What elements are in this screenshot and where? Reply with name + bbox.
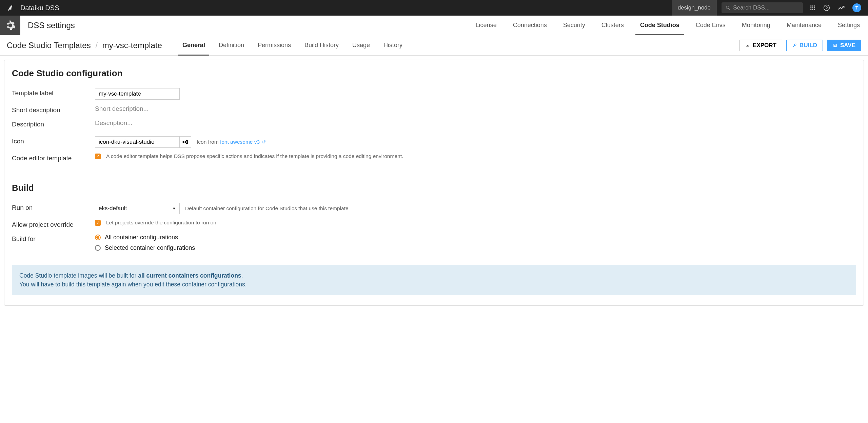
search-icon	[726, 5, 730, 11]
apps-icon[interactable]	[810, 5, 816, 11]
template-label-input[interactable]	[95, 88, 180, 100]
build-info-box: Code Studio template images will be buil…	[12, 265, 856, 295]
nav-connections[interactable]: Connections	[505, 16, 555, 35]
runon-hint: Default container configuration for Code…	[185, 205, 349, 212]
template-label-lbl: Template label	[12, 88, 95, 97]
user-avatar[interactable]: T	[852, 3, 861, 12]
breadcrumb-parent[interactable]: Code Studio Templates	[7, 41, 91, 50]
icon-lbl: Icon	[12, 136, 95, 145]
icon-preview	[180, 136, 191, 148]
section-heading-config: Code Studio configuration	[4, 68, 864, 85]
short-desc-lbl: Short description	[12, 105, 95, 114]
desc-input[interactable]: Description...	[95, 119, 133, 127]
template-bar: Code Studio Templates / my-vsc-template …	[0, 35, 868, 56]
svg-text:?: ?	[825, 5, 828, 10]
tab-usage[interactable]: Usage	[346, 35, 377, 56]
nav-code-studios[interactable]: Code Studios	[632, 16, 688, 35]
radio-all-label: All container configurations	[105, 234, 178, 241]
tab-history[interactable]: History	[377, 35, 409, 56]
radio-selected-label: Selected container configurations	[105, 244, 195, 251]
nav-clusters[interactable]: Clusters	[593, 16, 632, 35]
activity-icon[interactable]	[837, 4, 845, 12]
tab-build-history[interactable]: Build History	[298, 35, 346, 56]
help-icon[interactable]: ?	[823, 4, 830, 11]
wrench-icon	[792, 43, 797, 48]
global-search[interactable]	[722, 2, 803, 13]
settings-nav: License Connections Security Clusters Co…	[468, 16, 868, 35]
topbar-icons: ? T	[808, 3, 868, 12]
settings-bar: DSS settings License Connections Securit…	[0, 16, 868, 35]
app-title: Dataiku DSS	[20, 4, 672, 12]
config-panel: Code Studio configuration Template label…	[4, 60, 864, 306]
nav-security[interactable]: Security	[555, 16, 593, 35]
desc-lbl: Description	[12, 119, 95, 128]
nav-monitoring[interactable]: Monitoring	[734, 16, 778, 35]
page-title: DSS settings	[20, 16, 82, 35]
code-editor-checkbox[interactable]: ✓	[95, 154, 101, 159]
settings-icon-box[interactable]	[0, 16, 20, 35]
breadcrumb-current: my-vsc-template	[102, 41, 162, 50]
node-badge[interactable]: design_node	[672, 0, 717, 16]
icon-input[interactable]	[95, 136, 180, 148]
section-heading-build: Build	[4, 177, 864, 200]
tab-permissions[interactable]: Permissions	[251, 35, 298, 56]
override-checkbox[interactable]: ✓	[95, 220, 101, 226]
template-tabs: General Definition Permissions Build His…	[176, 35, 409, 56]
build-button[interactable]: BUILD	[786, 40, 823, 51]
dataiku-logo[interactable]	[0, 0, 20, 16]
save-button[interactable]: SAVE	[827, 40, 861, 51]
vscode-icon	[182, 139, 189, 145]
nav-settings[interactable]: Settings	[830, 16, 868, 35]
nav-maintenance[interactable]: Maintenance	[778, 16, 830, 35]
export-button[interactable]: EXPORT	[739, 40, 782, 51]
short-desc-input[interactable]: Short description...	[95, 105, 149, 113]
code-editor-lbl: Code editor template	[12, 153, 95, 162]
runon-select[interactable]: eks-default ▼	[95, 203, 180, 214]
code-editor-hint: A code editor template helps DSS propose…	[106, 153, 403, 159]
tab-general[interactable]: General	[176, 35, 212, 56]
save-icon	[833, 43, 837, 48]
radio-all-configs[interactable]	[95, 235, 101, 240]
template-actions: EXPORT BUILD SAVE	[739, 40, 861, 51]
font-awesome-link[interactable]: font awesome v3	[220, 139, 260, 145]
icon-hint: Icon from font awesome v3	[197, 139, 266, 145]
tab-definition[interactable]: Definition	[212, 35, 251, 56]
section-divider	[12, 171, 856, 171]
search-input[interactable]	[733, 4, 799, 11]
top-bar: Dataiku DSS design_node ? T	[0, 0, 868, 16]
buildfor-lbl: Build for	[12, 234, 95, 243]
breadcrumb-separator: /	[96, 41, 98, 50]
chevron-down-icon: ▼	[172, 206, 176, 210]
runon-lbl: Run on	[12, 203, 95, 212]
override-lbl: Allow project override	[12, 220, 95, 228]
external-link-icon	[262, 140, 266, 144]
download-icon	[745, 43, 750, 48]
radio-selected-configs[interactable]	[95, 245, 101, 251]
override-hint: Let projects override the configuration …	[106, 220, 216, 226]
nav-code-envs[interactable]: Code Envs	[688, 16, 734, 35]
nav-license[interactable]: License	[468, 16, 505, 35]
